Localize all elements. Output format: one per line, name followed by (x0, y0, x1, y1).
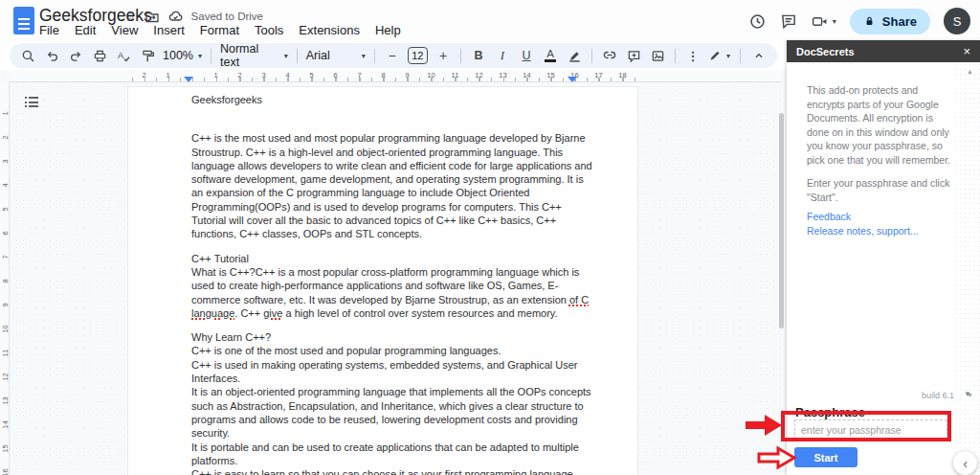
zoom-select[interactable]: 100% ▾ (163, 49, 202, 62)
editing-mode-button[interactable]: ▾ (708, 46, 730, 65)
show-outline-icon[interactable] (25, 97, 42, 110)
chevron-left-icon: ‹ (963, 456, 968, 471)
chevron-down-icon: ▾ (726, 52, 730, 60)
decrease-font-size-button[interactable]: − (384, 46, 401, 65)
ruler-number: 15 (0, 443, 17, 454)
document-page[interactable]: Geeksforgeeks C++ is the most used and m… (127, 86, 638, 475)
right-indent-marker[interactable] (568, 77, 577, 82)
redo-icon[interactable] (67, 46, 84, 65)
document-paragraph[interactable]: C++ is the most used and most popular pr… (191, 131, 595, 240)
menu-item[interactable]: Tools (255, 23, 283, 37)
menu-item[interactable]: Extensions (299, 23, 360, 37)
paragraph-segment: a high level of control over system reso… (282, 307, 557, 319)
toolbar-divider (740, 49, 741, 63)
call-options-caret-icon[interactable]: ▾ (833, 17, 836, 26)
ruler-number: 14 (0, 419, 17, 430)
search-menus-icon[interactable] (19, 46, 36, 65)
text-color-label: A (546, 48, 554, 59)
version-history-icon[interactable] (748, 12, 767, 31)
document-text-line[interactable]: It is an object-oriented programming lan… (191, 385, 595, 440)
spellcheck-icon[interactable]: A (115, 46, 132, 65)
passphrase-label: Passphrase (795, 405, 865, 419)
release-notes-link[interactable]: Release notes, support... (807, 225, 919, 237)
toolbar-divider (460, 49, 461, 63)
scroll-up-icon[interactable]: ▲ (967, 68, 973, 75)
menu-item[interactable]: Edit (75, 23, 96, 37)
document-section-title[interactable]: C++ Tutorial (191, 252, 595, 265)
style-value: Normal text (220, 42, 279, 69)
document-heading-line[interactable]: Geeksforgeeks (191, 93, 595, 106)
document-text-line[interactable]: C++ is used in making operating systems,… (191, 358, 595, 386)
paragraph-style-select[interactable]: Normal text ▾ (220, 42, 288, 69)
ruler-number: 17 (587, 70, 611, 80)
comments-icon[interactable] (780, 12, 797, 30)
cloud-saved-icon[interactable] (167, 9, 184, 24)
close-icon[interactable]: × (963, 45, 970, 57)
ruler-number: 1 (0, 108, 17, 119)
italic-button[interactable]: I (494, 46, 511, 65)
menu-item[interactable]: Insert (153, 23, 185, 37)
build-caret-icon[interactable]: ▼ (964, 390, 971, 398)
google-docs-window: Geeksforgeeks ☆ Saved to Drive FileEditV… (0, 0, 980, 475)
vertical-ruler-numbers: 12345678910111213141516 (0, 102, 11, 475)
document-section-title[interactable]: Why Learn C++? (191, 330, 595, 344)
ruler-number: 1 (204, 70, 228, 80)
toolbar-divider (374, 49, 375, 63)
share-button[interactable]: Share (850, 9, 930, 34)
ruler-number: 9 (0, 300, 17, 310)
build-version-label: build 6.1 (922, 391, 954, 400)
google-docs-logo-icon[interactable] (13, 7, 34, 34)
document-text-line[interactable]: C++ is one of the most used and popular … (191, 344, 595, 357)
text-color-button[interactable]: A (542, 46, 559, 65)
hide-menus-icon[interactable] (750, 46, 768, 65)
insert-image-icon[interactable] (649, 46, 666, 65)
font-size-input[interactable]: 12 (408, 47, 428, 64)
paint-format-icon[interactable] (139, 46, 156, 65)
print-icon[interactable] (91, 46, 108, 65)
ruler-number: 13 (491, 70, 515, 80)
font-value: Arial (306, 49, 330, 62)
ruler-number: 9 (395, 70, 419, 80)
toolbar-divider (211, 49, 212, 63)
ruler-number: 10 (419, 70, 443, 80)
account-avatar[interactable]: S (944, 8, 970, 34)
bold-button[interactable]: B (470, 46, 487, 65)
ruler-number: 14 (515, 70, 539, 80)
undo-icon[interactable] (43, 46, 60, 65)
toolbar-divider (675, 49, 676, 63)
star-icon[interactable]: ☆ (124, 9, 137, 24)
insert-link-icon[interactable] (601, 46, 618, 65)
highlight-color-icon[interactable] (566, 46, 583, 65)
document-text-line[interactable]: C++ is easy to learn so that you can cho… (191, 467, 595, 475)
menu-item[interactable]: File (39, 23, 59, 37)
saved-status-text: Saved to Drive (191, 11, 263, 22)
collapse-panel-button[interactable]: ‹ (953, 451, 977, 475)
ruler-number: 2 (132, 70, 156, 80)
feedback-link[interactable]: Feedback (807, 211, 851, 222)
ruler-number: 5 (0, 204, 17, 215)
ruler-number: 16 (0, 467, 17, 475)
menu-item[interactable]: View (111, 23, 138, 37)
left-indent-marker[interactable] (184, 77, 193, 82)
panel-instruction: Enter your passphrase and click "Start". (807, 176, 950, 204)
join-call-icon[interactable]: ▾ (811, 13, 836, 30)
increase-font-size-button[interactable]: + (434, 46, 452, 65)
document-paragraph[interactable]: What is C++?C++ is a most popular cross-… (191, 265, 595, 320)
ruler-number: 13 (0, 396, 17, 406)
ruler-number: 2 (0, 132, 17, 143)
document-text-line[interactable]: It is portable and can be used to create… (191, 441, 595, 468)
menu-item[interactable]: Format (200, 23, 239, 37)
move-folder-icon[interactable] (145, 9, 160, 24)
passphrase-input[interactable] (794, 419, 947, 440)
menu-item[interactable]: Help (375, 23, 401, 37)
lock-icon (863, 14, 876, 28)
underline-button[interactable]: U (518, 46, 535, 65)
document-scrollbar[interactable] (779, 113, 784, 328)
add-comment-icon[interactable] (625, 46, 642, 65)
font-select[interactable]: Arial ▾ (306, 49, 366, 62)
ruler-number: 5 (300, 70, 323, 80)
more-toolbar-options-button[interactable]: ⋮ (684, 46, 702, 65)
ruler-number: 4 (0, 180, 17, 191)
start-button[interactable]: Start (794, 447, 858, 467)
ruler-number: 6 (0, 228, 17, 238)
